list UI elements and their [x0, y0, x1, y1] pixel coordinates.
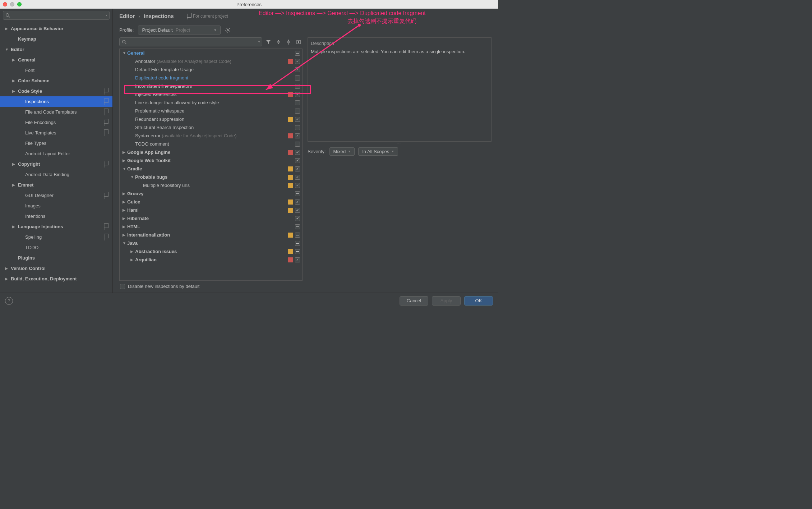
search-history-dropdown[interactable]: ▾ — [106, 14, 107, 17]
sidebar-item-file-encodings[interactable]: File Encodings — [0, 117, 112, 128]
inspection-inconsistent-line-separators[interactable]: Inconsistent line separators — [120, 82, 302, 90]
search-history-dropdown[interactable]: ▾ — [258, 40, 260, 43]
sidebar-item-images[interactable]: Images — [0, 201, 112, 211]
inspection-internationalization[interactable]: ▶Internationalization — [120, 231, 302, 239]
inspection-todo-comment[interactable]: TODO comment — [120, 140, 302, 148]
ok-button[interactable]: OK — [464, 296, 493, 306]
inspection-problematic-whitespace[interactable]: Problematic whitespace — [120, 107, 302, 115]
expand-all-icon[interactable] — [274, 38, 282, 46]
sidebar-item-version-control[interactable]: ▶Version Control — [0, 263, 112, 274]
inspection-checkbox[interactable] — [295, 150, 300, 155]
inspection-redundant-suppression[interactable]: Redundant suppression — [120, 115, 302, 123]
inspection-google-app-engine[interactable]: ▶Google App Engine — [120, 148, 302, 156]
resize-handle[interactable]: ⋯⋯ — [308, 142, 492, 145]
inspection-checkbox[interactable] — [295, 257, 300, 262]
inspection-checkbox[interactable] — [295, 191, 300, 196]
inspection-duplicated-code-fragment[interactable]: Duplicated code fragment — [120, 74, 302, 82]
inspection-arquillian[interactable]: ▶Arquillian — [120, 256, 302, 264]
sidebar-item-editor[interactable]: ▼Editor — [0, 44, 112, 55]
inspection-google-web-toolkit[interactable]: ▶Google Web Toolkit — [120, 156, 302, 165]
inspection-checkbox[interactable] — [295, 175, 300, 180]
sidebar-item-file-and-code-templates[interactable]: File and Code Templates — [0, 107, 112, 117]
inspection-groovy[interactable]: ▶Groovy — [120, 189, 302, 198]
inspection-probable-bugs[interactable]: ▼Probable bugs — [120, 173, 302, 181]
sidebar-item-inspections[interactable]: Inspections — [0, 96, 112, 107]
scope-select[interactable]: In All Scopes▼ — [358, 147, 398, 156]
sidebar-search[interactable]: ▾ — [3, 11, 110, 20]
sidebar-item-plugins[interactable]: Plugins — [0, 253, 112, 263]
severity-select[interactable]: Mixed▼ — [329, 147, 355, 156]
sidebar-item-spelling[interactable]: Spelling — [0, 232, 112, 242]
inspection-checkbox[interactable] — [295, 233, 300, 238]
inspection-structural-search-inspection[interactable]: Structural Search Inspection — [120, 123, 302, 132]
inspection-java[interactable]: ▼Java — [120, 239, 302, 247]
inspection-checkbox[interactable] — [295, 51, 300, 56]
sidebar-item-font[interactable]: Font — [0, 65, 112, 75]
inspection-search-input[interactable] — [128, 40, 258, 45]
inspection-checkbox[interactable] — [295, 224, 300, 229]
inspection-default-file-template-usage[interactable]: Default File Template Usage — [120, 65, 302, 74]
inspection-checkbox[interactable] — [295, 59, 300, 64]
sidebar-item-color-scheme[interactable]: ▶Color Scheme — [0, 75, 112, 86]
sidebar-item-code-style[interactable]: ▶Code Style — [0, 86, 112, 96]
inspection-checkbox[interactable] — [295, 84, 300, 89]
gear-icon[interactable] — [225, 27, 231, 33]
inspection-checkbox[interactable] — [295, 183, 300, 188]
inspection-checkbox[interactable] — [295, 133, 300, 138]
inspection-line-is-longer-than-allowed-by-code-style[interactable]: Line is longer than allowed by code styl… — [120, 98, 302, 107]
cancel-button[interactable]: Cancel — [400, 296, 428, 306]
sidebar-item-live-templates[interactable]: Live Templates — [0, 128, 112, 138]
inspection-injected-references[interactable]: Injected References — [120, 90, 302, 98]
inspection-syntax-error[interactable]: Syntax error (available for Analyze|Insp… — [120, 132, 302, 140]
inspection-guice[interactable]: ▶Guice — [120, 198, 302, 206]
inspection-checkbox[interactable] — [295, 216, 300, 221]
sidebar-item-gui-designer[interactable]: GUI Designer — [0, 190, 112, 201]
inspection-html[interactable]: ▶HTML — [120, 223, 302, 231]
inspection-checkbox[interactable] — [295, 125, 300, 130]
inspection-gradle[interactable]: ▼Gradle — [120, 165, 302, 173]
inspection-checkbox[interactable] — [295, 92, 300, 97]
inspection-checkbox[interactable] — [295, 208, 300, 213]
inspection-checkbox[interactable] — [295, 142, 300, 147]
inspection-checkbox[interactable] — [295, 241, 300, 246]
collapse-all-icon[interactable] — [285, 38, 292, 46]
sidebar-item-intentions[interactable]: Intentions — [0, 211, 112, 221]
inspection-checkbox[interactable] — [295, 249, 300, 254]
inspection-abstraction-issues[interactable]: ▶Abstraction issues — [120, 247, 302, 256]
profile-select[interactable]: Project Default Project ▼ — [138, 26, 221, 35]
sidebar-item-file-types[interactable]: File Types — [0, 138, 112, 148]
sidebar-item-appearance-behavior[interactable]: ▶Appearance & Behavior — [0, 23, 112, 34]
inspection-checkbox[interactable] — [295, 109, 300, 114]
inspection-haml[interactable]: ▶Haml — [120, 206, 302, 214]
sidebar-item-copyright[interactable]: ▶Copyright — [0, 159, 112, 169]
sidebar-item-general[interactable]: ▶General — [0, 55, 112, 65]
inspection-annotator[interactable]: Annotator (available for Analyze|Inspect… — [120, 57, 302, 65]
sidebar-item-android-data-binding[interactable]: Android Data Binding — [0, 169, 112, 180]
inspection-checkbox[interactable] — [295, 200, 300, 205]
inspection-general[interactable]: ▼General — [120, 49, 302, 57]
sidebar-item-todo[interactable]: TODO — [0, 242, 112, 253]
reset-icon[interactable] — [295, 38, 303, 46]
inspection-checkbox[interactable] — [295, 67, 300, 72]
inspection-checkbox[interactable] — [295, 100, 300, 105]
inspection-search[interactable]: ▾ — [119, 37, 262, 46]
inspection-multiple-repository-urls[interactable]: Multiple repository urls — [120, 181, 302, 189]
sidebar-search-input[interactable] — [12, 13, 106, 18]
inspection-hibernate[interactable]: ▶Hibernate — [120, 214, 302, 223]
close-window-button[interactable] — [3, 2, 7, 6]
disable-new-inspections-checkbox[interactable] — [120, 284, 125, 289]
inspection-checkbox[interactable] — [295, 166, 300, 171]
help-button[interactable]: ? — [5, 297, 13, 305]
sidebar-item-android-layout-editor[interactable]: Android Layout Editor — [0, 148, 112, 159]
inspection-checkbox[interactable] — [295, 75, 300, 81]
filter-icon[interactable] — [264, 38, 272, 46]
sidebar-item-emmet[interactable]: ▶Emmet — [0, 180, 112, 190]
zoom-window-button[interactable] — [17, 2, 22, 6]
inspection-checkbox[interactable] — [295, 117, 300, 122]
minimize-window-button[interactable] — [10, 2, 14, 6]
apply-button[interactable]: Apply — [432, 296, 461, 306]
inspection-checkbox[interactable] — [295, 158, 300, 163]
sidebar-item-keymap[interactable]: Keymap — [0, 34, 112, 44]
sidebar-item-build-execution-deployment[interactable]: ▶Build, Execution, Deployment — [0, 274, 112, 284]
sidebar-item-language-injections[interactable]: ▶Language Injections — [0, 221, 112, 232]
